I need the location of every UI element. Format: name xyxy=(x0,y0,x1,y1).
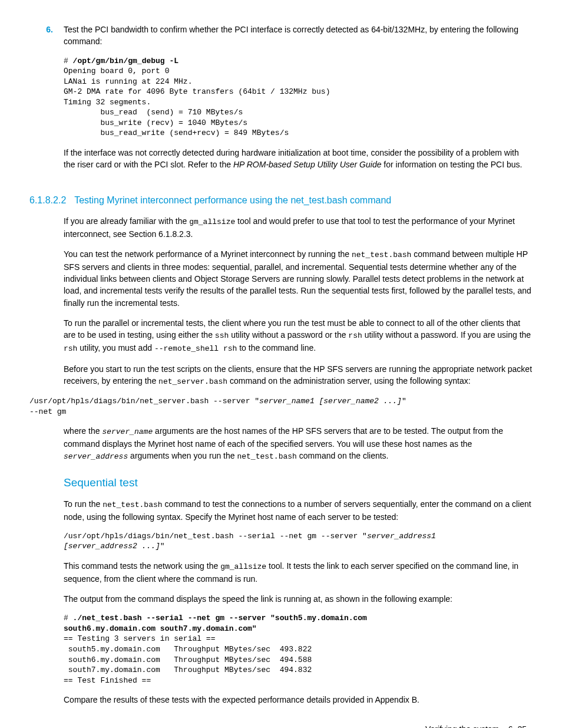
step-6: 6. Test the PCI bandwidth to confirm whe… xyxy=(29,24,533,179)
para-intro: If you are already familiar with the gm_… xyxy=(64,215,533,240)
para-before-run: Before you start to run the test scripts… xyxy=(64,363,533,388)
step6-code: # /opt/gm/bin/gm_debug -L Opening board … xyxy=(64,56,533,139)
para-compare: Compare the results of these tests with … xyxy=(64,694,533,706)
code-net-test: /usr/opt/hpls/diags/bin/net_test.bash --… xyxy=(64,531,533,552)
para-overview: You can test the network performance of … xyxy=(64,248,533,309)
page-footer: Verifying the system 6–25 xyxy=(29,723,533,728)
step6-after: If the interface was not correctly detec… xyxy=(64,147,533,171)
para-sequential-run: To run the net_test.bash command to test… xyxy=(64,498,533,523)
code-output-example: # ./net_test.bash --serial --net gm --se… xyxy=(64,613,533,686)
step-number: 6. xyxy=(29,24,64,179)
para-output-intro: The output from the command displays the… xyxy=(64,593,533,605)
subsection-sequential: Sequential test xyxy=(64,475,533,491)
para-parallel-req: To run the parallel or incremental tests… xyxy=(64,317,533,355)
section-heading: 6.1.8.2.2 Testing Myrinet interconnect p… xyxy=(29,193,533,207)
step-body: Test the PCI bandwidth to confirm whethe… xyxy=(64,24,533,179)
step6-intro: Test the PCI bandwidth to confirm whethe… xyxy=(64,24,533,48)
para-server-name: where the server_name arguments are the … xyxy=(64,425,533,463)
code-net-server: /usr/opt/hpls/diags/bin/net_server.bash … xyxy=(29,396,533,417)
para-cmd-desc: This command tests the network using the… xyxy=(64,560,533,585)
